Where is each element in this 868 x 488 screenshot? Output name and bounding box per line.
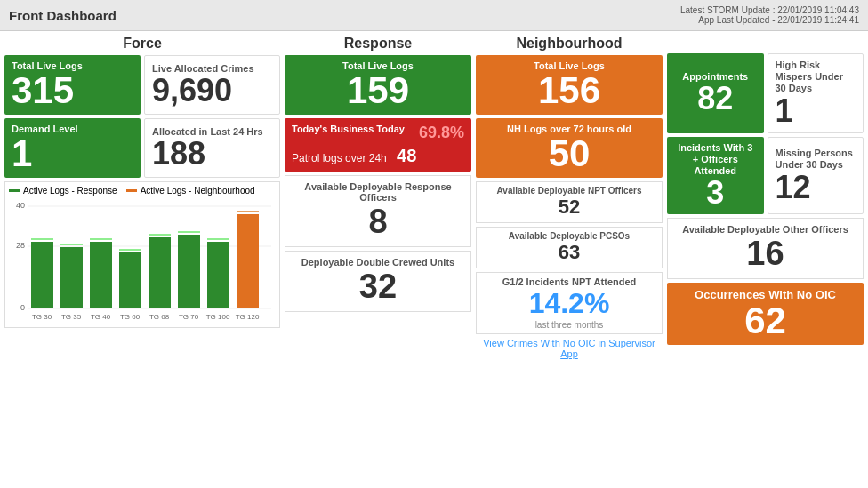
other-officers-label: Available Deployable Other Officers <box>675 224 856 235</box>
neighbourhood-panel: Neighbourhood Total Live Logs 156 NH Log… <box>476 36 663 359</box>
svg-text:TG 30: TG 30 <box>32 313 52 321</box>
svg-rect-21 <box>178 235 200 308</box>
occurrences-tile: Occurrences With No OIC 62 <box>667 283 864 345</box>
todays-business-label: Today's Business Today <box>292 124 405 135</box>
total-live-logs-force-value: 315 <box>12 72 133 109</box>
deployable-npt-value: 52 <box>484 196 655 219</box>
svg-text:TG 40: TG 40 <box>91 313 111 321</box>
total-live-logs-nh-value: 156 <box>483 72 655 109</box>
live-allocated-crimes-value: 9,690 <box>152 75 272 107</box>
legend-response: Active Logs - Response <box>9 186 117 196</box>
response-panel: Response Total Live Logs 159 Today's Bus… <box>285 36 471 359</box>
allocated-24hrs-value: 188 <box>152 138 272 170</box>
force-grid-top: Total Live Logs 315 Live Allocated Crime… <box>4 55 280 115</box>
deployable-pcso-label: Available Deployable PCSOs <box>484 231 655 241</box>
svg-text:0: 0 <box>20 303 25 312</box>
svg-rect-12 <box>90 242 112 308</box>
g12-sub: last three months <box>484 320 655 330</box>
total-live-logs-nh-tile: Total Live Logs 156 <box>476 55 663 115</box>
deployable-response-value: 8 <box>293 203 463 241</box>
svg-text:28: 28 <box>16 241 25 250</box>
deployable-pcso-tile: Available Deployable PCSOs 63 <box>476 227 663 268</box>
patrol-logs-row: Patrol logs over 24h 48 <box>292 146 464 166</box>
svg-rect-6 <box>31 242 53 308</box>
appointments-tile: Appointments 82 <box>667 53 764 133</box>
double-crewed-label: Deployable Double Crewed Units <box>293 257 463 268</box>
svg-text:TG 35: TG 35 <box>61 313 82 321</box>
legend-neighbourhood: Active Logs - Neighbourhood <box>126 186 255 196</box>
legend-dot-orange <box>126 189 137 192</box>
neighbourhood-title: Neighbourhood <box>476 36 663 52</box>
missing-persons-value: 12 <box>776 172 856 204</box>
total-live-logs-force-tile: Total Live Logs 315 <box>4 55 141 115</box>
header: Front Dashboard Latest STORM Update : 22… <box>0 0 868 31</box>
svg-rect-27 <box>237 214 259 308</box>
todays-business-tile: Today's Business Today 69.8% Patrol logs… <box>285 118 471 172</box>
incidents-3plus-value: 3 <box>674 177 757 209</box>
g12-value: 14.2% <box>484 287 655 320</box>
far-right-top: Appointments 82 High Risk Mispers Under … <box>667 53 864 133</box>
high-risk-value: 1 <box>776 95 856 127</box>
g12-label: G1/2 Incidents NPT Attended <box>484 276 655 287</box>
response-title: Response <box>285 36 471 52</box>
bar-chart: 40 28 0 TG 30 <box>9 199 276 324</box>
high-risk-tile: High Risk Mispers Under 30 Days 1 <box>768 53 864 133</box>
page-title: Front Dashboard <box>9 8 117 23</box>
legend-dot-green <box>9 189 20 192</box>
force-grid-bottom: Demand Level 1 Allocated in Last 24 Hrs … <box>4 118 280 178</box>
patrol-logs-label: Patrol logs over 24h <box>292 152 387 164</box>
appointments-section-title <box>667 36 864 50</box>
live-allocated-crimes-tile: Live Allocated Crimes 9,690 <box>144 55 280 115</box>
view-crimes-link[interactable]: View Crimes With No OIC in Supervisor Ap… <box>476 338 663 359</box>
appointments-value: 82 <box>674 83 757 115</box>
svg-text:TG 100: TG 100 <box>206 313 230 321</box>
deployable-response-label: Available Deployable Response Officers <box>293 181 463 203</box>
high-risk-label: High Risk Mispers Under 30 Days <box>776 60 856 95</box>
deployable-npt-tile: Available Deployable NPT Officers 52 <box>476 181 663 223</box>
svg-text:TG 68: TG 68 <box>149 313 170 321</box>
incidents-3plus-label: Incidents With 3 + Officers Attended <box>674 142 757 178</box>
other-officers-value: 16 <box>675 235 856 273</box>
demand-level-value: 1 <box>12 135 133 172</box>
svg-rect-9 <box>60 247 83 308</box>
svg-text:TG 70: TG 70 <box>179 313 199 321</box>
svg-text:TG 60: TG 60 <box>120 313 141 321</box>
allocated-24hrs-tile: Allocated in Last 24 Hrs 188 <box>144 118 280 178</box>
force-panel: Force Total Live Logs 315 Live Allocated… <box>4 36 280 359</box>
svg-text:40: 40 <box>16 201 25 210</box>
nh-logs-value: 50 <box>483 135 655 172</box>
missing-persons-tile: Missing Persons Under 30 Days 12 <box>768 137 864 215</box>
missing-persons-label: Missing Persons Under 30 Days <box>776 148 856 171</box>
deployable-response-tile: Available Deployable Response Officers 8 <box>285 175 471 247</box>
svg-text:TG 120: TG 120 <box>236 313 260 321</box>
force-title: Force <box>4 36 280 52</box>
other-officers-tile: Available Deployable Other Officers 16 <box>667 218 864 279</box>
svg-rect-18 <box>149 237 171 308</box>
far-right-second: Incidents With 3 + Officers Attended 3 M… <box>667 137 864 215</box>
g12-tile: G1/2 Incidents NPT Attended 14.2% last t… <box>476 272 663 334</box>
storm-info: Latest STORM Update : 22/01/2019 11:04:4… <box>680 5 859 25</box>
chart-legend: Active Logs - Response Active Logs - Nei… <box>9 186 276 196</box>
svg-rect-24 <box>207 242 229 308</box>
patrol-logs-value: 48 <box>397 146 416 165</box>
appointments-panel: Appointments 82 High Risk Mispers Under … <box>667 36 864 359</box>
main-content: Force Total Live Logs 315 Live Allocated… <box>0 31 868 364</box>
incidents-3plus-tile: Incidents With 3 + Officers Attended 3 <box>667 137 764 215</box>
todays-business-pct: 69.8% <box>419 124 464 142</box>
page: Front Dashboard Latest STORM Update : 22… <box>0 0 868 488</box>
deployable-pcso-value: 63 <box>484 241 655 264</box>
occurrences-value: 62 <box>674 302 856 340</box>
nh-logs-tile: NH Logs over 72 hours old 50 <box>476 118 663 178</box>
double-crewed-value: 32 <box>293 268 463 306</box>
total-live-logs-response-tile: Total Live Logs 159 <box>285 55 471 115</box>
svg-rect-15 <box>119 252 141 308</box>
chart-area: Active Logs - Response Active Logs - Nei… <box>4 181 280 328</box>
right-panels: Neighbourhood Total Live Logs 156 NH Log… <box>476 36 864 359</box>
demand-level-tile: Demand Level 1 <box>4 118 141 178</box>
double-crewed-tile: Deployable Double Crewed Units 32 <box>285 251 471 312</box>
deployable-npt-label: Available Deployable NPT Officers <box>484 186 655 196</box>
total-live-logs-response-value: 159 <box>292 72 464 109</box>
